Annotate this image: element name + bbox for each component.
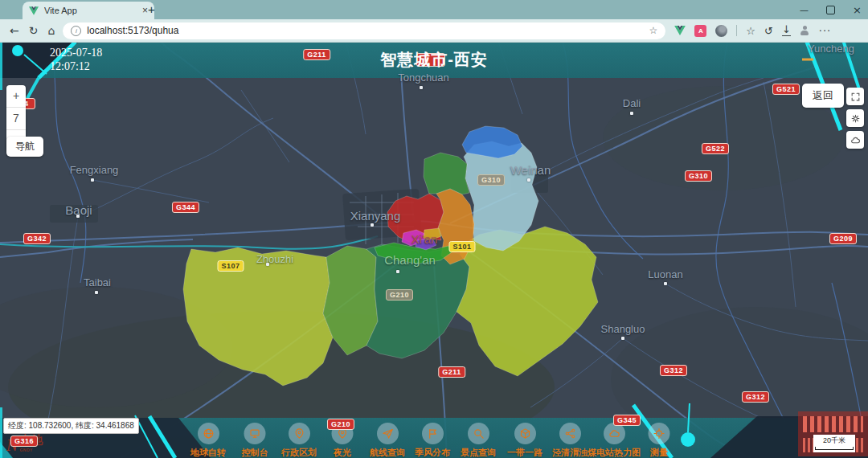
search-icon <box>468 423 489 444</box>
settings-button[interactable] <box>846 109 864 127</box>
zoom-level: 7 <box>6 108 26 130</box>
window-maximize-icon[interactable] <box>826 6 835 14</box>
nav-button[interactable]: 导航 <box>6 137 43 157</box>
collections-icon[interactable]: ☆ <box>746 25 755 37</box>
toolbar-item-地球自转[interactable]: 地球自转 <box>190 423 226 458</box>
map-canvas[interactable] <box>0 42 868 458</box>
url-text[interactable]: localhost:5173/quhua <box>87 25 643 36</box>
more-menu-icon[interactable]: ··· <box>819 25 831 37</box>
favorite-star-icon[interactable]: ☆ <box>649 25 658 36</box>
scale-text: 20千米 <box>823 436 845 444</box>
toolbar-item-label: 航线查询 <box>370 447 405 458</box>
logo-sub-text: GNDY <box>19 448 43 452</box>
toolbar-item-季风分布[interactable]: 季风分布 <box>415 423 450 458</box>
site-info-icon[interactable]: i <box>71 26 81 36</box>
toolbar-item-景点查询[interactable]: 景点查询 <box>461 423 496 458</box>
pin-icon <box>289 423 310 444</box>
pin-icon <box>332 423 354 444</box>
toolbar-item-label: 控制台 <box>242 447 268 458</box>
history-icon[interactable]: ↺ <box>764 25 773 37</box>
url-bar[interactable]: i localhost:5173/quhua ☆ <box>63 22 665 39</box>
toolbar-item-label: 测量 <box>649 447 670 458</box>
home-icon[interactable]: ⌂ <box>47 24 55 37</box>
page-title: 智慧城市-西安 <box>0 49 868 71</box>
toolbar-item-一带一路[interactable]: 一带一路 <box>507 423 542 458</box>
logo-letter: N <box>6 438 18 452</box>
scale-bar: 20千米 <box>813 435 855 452</box>
profile-icon[interactable] <box>800 26 810 36</box>
toolbar-item-泾清渭浊[interactable]: 泾清渭浊 <box>552 423 588 458</box>
toolbar-item-煤电站热力图[interactable]: 煤电站热力图 <box>588 423 641 458</box>
window-close-icon[interactable]: × <box>853 4 862 16</box>
toolbar-item-测量[interactable]: 测量 <box>649 423 670 458</box>
browser-tab-strip: Vite App × + — × <box>0 0 868 19</box>
toolbar-item-行政区划[interactable]: 行政区划 <box>281 423 317 458</box>
vue-devtools-icon[interactable] <box>674 25 686 37</box>
back-button[interactable]: 返回 <box>802 84 844 108</box>
crosshair-icon <box>649 423 670 444</box>
refresh-icon[interactable]: ↻ <box>29 24 39 37</box>
globe-icon <box>198 423 219 444</box>
copilot-icon[interactable] <box>840 25 852 37</box>
cloud-icon <box>604 423 625 444</box>
extension-icon[interactable] <box>715 25 727 37</box>
watermark-logo: N 中地 GNDY <box>6 432 43 452</box>
zoom-in-button[interactable]: + <box>6 85 26 108</box>
browser-tab[interactable]: Vite App × <box>23 2 154 19</box>
toolbar-item-label: 景点查询 <box>461 447 496 458</box>
downloads-icon[interactable]: ↓ <box>782 26 791 36</box>
new-tab-button[interactable]: + <box>148 2 155 16</box>
tab-title: Vite App <box>44 6 137 15</box>
logo-cn-text: 中地 <box>19 433 43 446</box>
toolbar-item-控制台[interactable]: 控制台 <box>242 423 268 458</box>
toolbar-item-label: 季风分布 <box>415 447 450 458</box>
smart-city-app: 2025-07-18 12:07:12 智慧城市-西安 TongchuanYun… <box>0 42 868 458</box>
back-icon[interactable]: ← <box>10 24 19 37</box>
tab-close-icon[interactable]: × <box>142 5 148 16</box>
toolbar-item-label: 地球自转 <box>190 447 226 458</box>
toolbar-item-航线查询[interactable]: 航线查询 <box>370 423 405 458</box>
cube-icon <box>514 423 536 444</box>
window-minimize-icon[interactable]: — <box>800 5 809 15</box>
vue-favicon <box>29 6 39 15</box>
toolbar-item-label: 行政区划 <box>281 447 317 458</box>
toolbar-item-label: 夜光 <box>332 447 354 458</box>
toolbar-item-夜光[interactable]: 夜光 <box>332 423 354 458</box>
console-icon <box>244 423 266 444</box>
translate-extension-icon[interactable]: A <box>694 25 706 37</box>
basemap-button[interactable] <box>846 131 864 149</box>
toolbar-separator <box>736 25 737 36</box>
share-icon <box>559 423 581 444</box>
fullscreen-button[interactable] <box>846 88 864 105</box>
plane-icon <box>377 423 399 444</box>
toolbar-item-label: 泾清渭浊 <box>552 447 588 458</box>
flag-icon <box>422 423 444 444</box>
coordinate-readout: 经度: 108.732600, 纬度: 34.461868 <box>3 418 139 434</box>
toolbar-item-label: 煤电站热力图 <box>588 447 641 458</box>
browser-toolbar: ← ↻ ⌂ i localhost:5173/quhua ☆ A ☆ ↺ ↓ ·… <box>0 19 868 43</box>
toolbar-item-label: 一带一路 <box>507 447 542 458</box>
